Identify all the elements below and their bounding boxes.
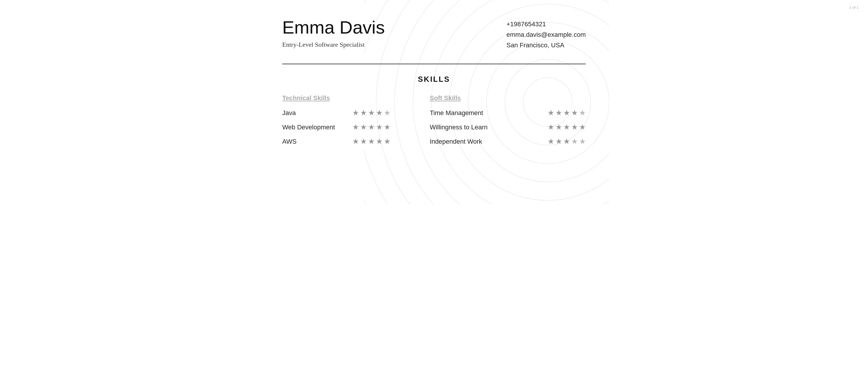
resume-content: Emma Davis Entry-Level Software Speciali… [282,18,586,151]
star-5: ★ [579,123,586,132]
soft-skills-heading: Soft Skills [430,94,586,102]
skill-name-time-mgmt: Time Management [430,109,494,117]
star-5: ★ [384,137,391,146]
star-2: ★ [555,108,562,117]
star-1: ★ [352,108,359,117]
header-right: +1987654321 emma.davis@example.com San F… [506,18,586,52]
skill-name-java: Java [282,109,346,117]
header-divider [282,64,586,64]
star-4: ★ [376,137,383,146]
skill-stars-java: ★ ★ ★ ★ ★ [352,108,391,117]
skill-name-willingness: Willingness to Learn [430,123,494,131]
star-5: ★ [384,123,391,132]
skill-stars-time-mgmt: ★ ★ ★ ★ ★ [548,108,586,117]
star-1: ★ [548,108,554,117]
technical-skills-heading: Technical Skills [282,94,412,102]
star-4: ★ [376,108,383,117]
star-4: ★ [571,123,578,132]
skill-row-aws: AWS ★ ★ ★ ★ ★ [282,137,412,146]
star-2: ★ [360,123,367,132]
star-4: ★ [571,108,578,117]
star-2: ★ [360,137,367,146]
phone: +1987654321 [506,21,586,28]
star-3: ★ [368,123,375,132]
skill-row-willingness: Willingness to Learn ★ ★ ★ ★ ★ [430,123,586,132]
skill-stars-willingness: ★ ★ ★ ★ ★ [548,123,586,132]
star-4: ★ [376,123,383,132]
header-left: Emma Davis Entry-Level Software Speciali… [282,18,385,49]
candidate-title: Entry-Level Software Specialist [282,41,385,49]
star-2: ★ [555,123,562,132]
star-5: ★ [384,108,391,117]
skill-row-time-mgmt: Time Management ★ ★ ★ ★ ★ [430,108,586,117]
skill-row-independent: Independent Work ★ ★ ★ ★ ★ [430,137,586,146]
skills-section: SKILLS Technical Skills Java ★ ★ ★ ★ ★ [282,75,586,151]
star-3: ★ [563,137,570,146]
star-2: ★ [555,137,562,146]
skill-row-webdev: Web Development ★ ★ ★ ★ ★ [282,123,412,132]
star-2: ★ [360,108,367,117]
resume-container: Emma Davis Entry-Level Software Speciali… [259,0,609,204]
star-3: ★ [563,108,570,117]
star-1: ★ [548,123,554,132]
candidate-name: Emma Davis [282,18,385,37]
star-1: ★ [352,123,359,132]
email: emma.davis@example.com [506,31,586,38]
star-3: ★ [563,123,570,132]
skill-stars-independent: ★ ★ ★ ★ ★ [548,137,586,146]
skill-stars-aws: ★ ★ ★ ★ ★ [352,137,391,146]
location: San Francisco, USA [506,41,586,49]
star-3: ★ [368,108,375,117]
soft-skills-col: Soft Skills Time Management ★ ★ ★ ★ ★ Wi… [412,94,586,151]
technical-skills-col: Technical Skills Java ★ ★ ★ ★ ★ Web Deve… [282,94,412,151]
skills-columns: Technical Skills Java ★ ★ ★ ★ ★ Web Deve… [282,94,586,151]
skill-name-webdev: Web Development [282,123,346,131]
star-5: ★ [579,137,586,146]
resume-header: Emma Davis Entry-Level Software Speciali… [282,18,586,52]
page-counter: 1 of 1 [849,5,859,10]
star-5: ★ [579,108,586,117]
skill-stars-webdev: ★ ★ ★ ★ ★ [352,123,391,132]
star-3: ★ [368,137,375,146]
skills-section-title: SKILLS [282,75,586,84]
star-1: ★ [352,137,359,146]
skill-name-aws: AWS [282,138,346,145]
star-1: ★ [548,137,554,146]
star-4: ★ [571,137,578,146]
skill-name-independent: Independent Work [430,138,494,145]
skill-row-java: Java ★ ★ ★ ★ ★ [282,108,412,117]
